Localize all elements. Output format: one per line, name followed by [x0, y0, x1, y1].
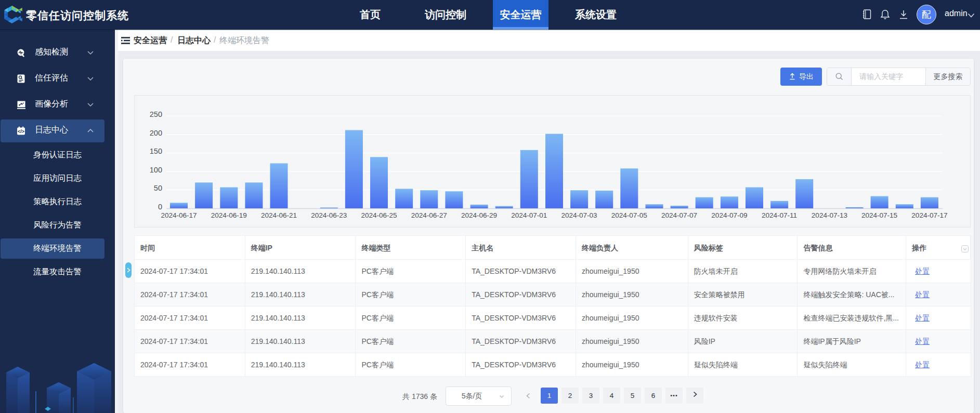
svg-text:0: 0 — [158, 203, 162, 211]
svg-text:2024-07-13: 2024-07-13 — [812, 211, 847, 219]
svg-text:2024-07-15: 2024-07-15 — [861, 211, 897, 219]
svg-text:2024-07-09: 2024-07-09 — [711, 211, 747, 219]
svg-text:2024-07-11: 2024-07-11 — [762, 211, 797, 219]
svg-text:200: 200 — [150, 129, 162, 137]
svg-text:50: 50 — [154, 184, 162, 192]
svg-text:100: 100 — [150, 166, 162, 174]
svg-text:2024-06-21: 2024-06-21 — [261, 211, 297, 219]
svg-text:2024-07-01: 2024-07-01 — [511, 211, 547, 219]
svg-text:150: 150 — [150, 147, 162, 155]
svg-text:250: 250 — [150, 110, 162, 118]
svg-text:2024-07-17: 2024-07-17 — [911, 211, 947, 219]
svg-text:2024-06-27: 2024-06-27 — [411, 211, 447, 219]
svg-text:2024-06-25: 2024-06-25 — [361, 211, 397, 219]
svg-text:2024-07-07: 2024-07-07 — [661, 211, 697, 219]
svg-text:2024-07-03: 2024-07-03 — [561, 211, 597, 219]
svg-text:2024-06-17: 2024-06-17 — [161, 211, 197, 219]
svg-text:</>: </> — [18, 129, 24, 134]
svg-text:2024-06-19: 2024-06-19 — [211, 211, 247, 219]
svg-text:2024-06-29: 2024-06-29 — [461, 211, 497, 219]
svg-text:2024-07-05: 2024-07-05 — [611, 211, 647, 219]
svg-text:2024-06-23: 2024-06-23 — [311, 211, 347, 219]
